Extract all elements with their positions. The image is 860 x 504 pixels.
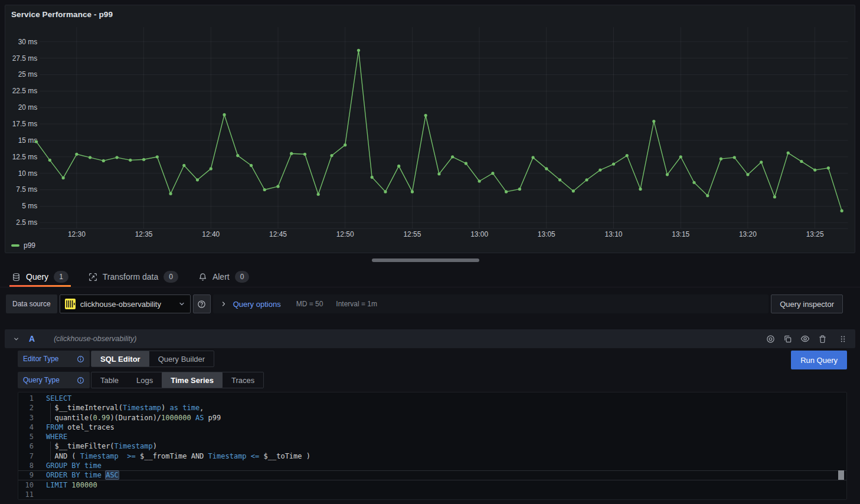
svg-text:10 ms: 10 ms <box>18 169 38 178</box>
timeseries-chart[interactable]: 30 ms27.5 ms25 ms22.5 ms20 ms17.5 ms15 m… <box>5 5 855 253</box>
svg-text:12:40: 12:40 <box>202 230 220 238</box>
editor-type-row: Editor Type SQL EditorQuery Builder Run … <box>18 351 847 369</box>
svg-text:13:20: 13:20 <box>739 230 757 238</box>
query-type-table[interactable]: Table <box>91 372 127 388</box>
run-query-button[interactable]: Run Query <box>791 351 847 369</box>
query-options-section: Query options MD = 50 Interval = 1m <box>213 294 769 313</box>
svg-text:13:15: 13:15 <box>672 230 689 238</box>
code-line-6: 6 $__timeFilter(Timestamp) <box>18 441 846 451</box>
query-type-traces[interactable]: Traces <box>223 372 263 388</box>
chart-grid <box>40 27 848 228</box>
sql-editor-lines: 1SELECT2 $__timeInterval(Timestamp) as t… <box>18 394 846 499</box>
line-number: 10 <box>18 480 34 490</box>
query-type-row: Query Type TableLogsTime SeriesTraces <box>18 372 847 388</box>
code-line-11: 11 <box>18 490 846 499</box>
tab-label: Query <box>26 272 48 282</box>
svg-text:20 ms: 20 ms <box>18 103 38 112</box>
eye-icon[interactable] <box>800 334 810 343</box>
line-number: 11 <box>18 490 34 499</box>
svg-text:25 ms: 25 ms <box>18 70 38 78</box>
query-type-logs[interactable]: Logs <box>127 372 162 388</box>
line-number: 2 <box>18 403 34 413</box>
copy-query-icon[interactable] <box>783 335 792 343</box>
datasource-name: clickhouse-observability <box>80 300 174 309</box>
chevron-down-icon <box>13 336 19 342</box>
query-inspector-button[interactable]: Query inspector <box>771 294 843 313</box>
query-type-chip: Query Type <box>18 372 90 388</box>
editor-type-sql-editor[interactable]: SQL Editor <box>91 351 149 366</box>
horizontal-scrollbar-thumb[interactable] <box>372 258 479 262</box>
editor-type-segmented: SQL EditorQuery Builder <box>91 351 214 367</box>
line-number: 3 <box>18 413 34 423</box>
code-line-10: 10LIMIT 100000 <box>18 480 846 490</box>
query-row-body: Editor Type SQL EditorQuery Builder Run … <box>5 348 855 500</box>
chevron-down-icon <box>178 300 185 307</box>
editor-type-label: Editor Type <box>23 355 58 363</box>
svg-text:12:55: 12:55 <box>403 230 421 238</box>
info-circle-icon[interactable] <box>77 355 84 363</box>
query-type-time-series[interactable]: Time Series <box>162 372 223 388</box>
code-line-1: 1SELECT <box>18 394 846 403</box>
svg-text:13:10: 13:10 <box>605 230 623 238</box>
line-number: 8 <box>18 461 34 470</box>
tab-alert[interactable]: Alert0 <box>196 267 251 287</box>
svg-text:12:30: 12:30 <box>68 230 86 238</box>
tab-query[interactable]: Query1 <box>9 267 71 287</box>
datasource-help-button[interactable] <box>193 294 211 313</box>
editor-cursor-decoration <box>838 470 844 480</box>
editor-type-chip: Editor Type <box>18 351 90 367</box>
series-p99 <box>35 49 843 212</box>
legend-series-label: p99 <box>24 241 35 250</box>
legend-series-marker <box>11 244 19 247</box>
datasource-picker[interactable]: clickhouse-observability <box>60 294 191 313</box>
svg-text:13:05: 13:05 <box>538 230 555 238</box>
grafana-panel-edit-view: Service Performance - p99 30 ms27.5 ms25… <box>0 0 860 504</box>
query-datasource-hint: (clickhouse-observability) <box>54 335 136 343</box>
line-number: 9 <box>18 470 34 480</box>
tab-badge: 0 <box>164 271 178 283</box>
query-options-toggle[interactable]: Query options <box>233 300 281 309</box>
line-number: 4 <box>18 423 34 432</box>
chevron-right-icon <box>220 300 227 307</box>
svg-text:27.5 ms: 27.5 ms <box>12 54 37 63</box>
circle-icon[interactable] <box>766 335 775 343</box>
collapse-query-button[interactable] <box>13 336 19 342</box>
line-number: 5 <box>18 432 34 441</box>
query-row-header[interactable]: A (clickhouse-observability) <box>5 329 855 348</box>
trash-icon[interactable] <box>818 335 827 343</box>
question-circle-icon <box>197 300 206 309</box>
database-icon <box>12 273 21 282</box>
code-line-8: 8GROUP BY time <box>18 461 846 470</box>
svg-text:7.5 ms: 7.5 ms <box>16 185 37 194</box>
code-line-5: 5WHERE <box>18 432 846 441</box>
datasource-label: Data source <box>6 294 57 313</box>
svg-text:13:00: 13:00 <box>470 230 488 238</box>
editor-tabs: Query1Transform data0Alert0 <box>0 267 860 287</box>
svg-text:17.5 ms: 17.5 ms <box>12 120 37 128</box>
code-line-4: 4FROM otel_traces <box>18 423 846 432</box>
svg-text:5 ms: 5 ms <box>22 202 37 210</box>
editor-type-query-builder[interactable]: Query Builder <box>149 351 214 366</box>
svg-text:15 ms: 15 ms <box>18 136 38 145</box>
code-line-9: 9ORDER BY time ASC <box>18 470 846 480</box>
drag-handle-icon[interactable] <box>839 335 847 343</box>
legend-item-p99[interactable]: p99 <box>11 241 35 250</box>
svg-text:2.5 ms: 2.5 ms <box>16 218 37 227</box>
tab-badge: 1 <box>54 271 68 283</box>
svg-text:12:35: 12:35 <box>135 230 153 238</box>
line-number: 7 <box>18 451 34 461</box>
transform-icon <box>89 273 97 282</box>
sql-editor[interactable]: 1SELECT2 $__timeInterval(Timestamp) as t… <box>18 392 847 500</box>
code-line-2: 2 $__timeInterval(Timestamp) as time, <box>18 403 846 413</box>
info-circle-icon[interactable] <box>77 377 84 384</box>
code-line-7: 7 AND ( Timestamp >= $__fromTime AND Tim… <box>18 451 846 461</box>
tab-label: Alert <box>212 272 230 282</box>
timeseries-panel: Service Performance - p99 30 ms27.5 ms25… <box>5 5 855 253</box>
legend: p99 <box>11 241 35 250</box>
tab-transform-data[interactable]: Transform data0 <box>86 267 181 287</box>
svg-text:13:25: 13:25 <box>806 230 824 238</box>
query-row-actions <box>766 334 847 343</box>
query-row-A: A (clickhouse-observability) <box>5 329 855 498</box>
code-line-3: 3 quantile(0.99)(Duration)/1000000 AS p9… <box>18 413 846 423</box>
svg-text:22.5 ms: 22.5 ms <box>12 87 37 95</box>
